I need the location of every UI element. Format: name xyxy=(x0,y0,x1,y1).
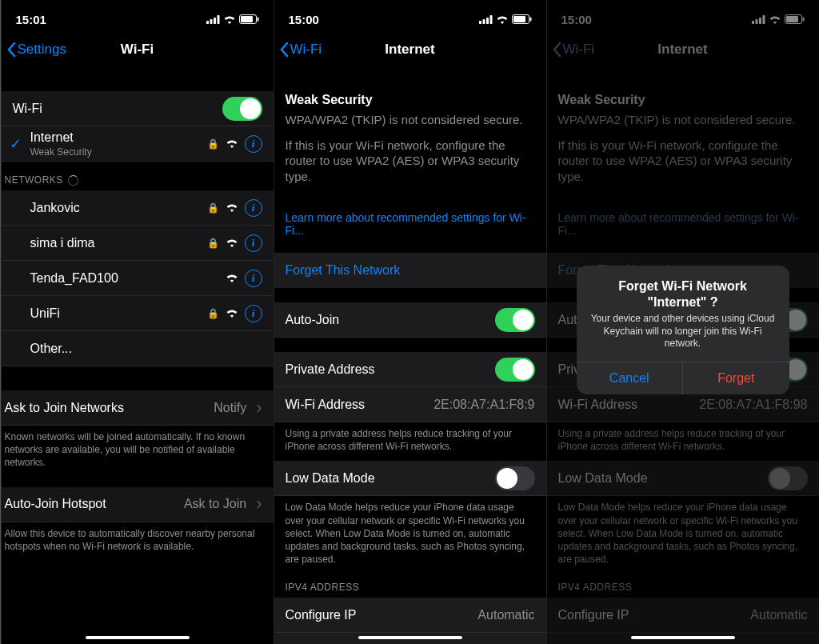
low-data-label: Low Data Mode xyxy=(286,471,495,486)
weak-security-text: If this is your Wi-Fi network, configure… xyxy=(286,138,535,185)
wifi-icon xyxy=(226,306,238,320)
wifi-address-row: Wi-Fi Address 2E:08:A7:A1:F8:9 xyxy=(274,387,546,422)
lock-icon: 🔒 xyxy=(207,238,219,249)
private-address-label: Private Address xyxy=(286,362,495,377)
ask-join-label: Ask to Join Networks xyxy=(5,401,214,415)
checkmark-icon: ✓ xyxy=(10,135,22,153)
configure-ip-value: Automatic xyxy=(477,608,534,622)
forget-network-button[interactable]: Forget This Network xyxy=(274,253,546,288)
alert-message: Your device and other devices using iClo… xyxy=(588,313,778,350)
wifi-settings-panel: 15:01 Settings Wi-Fi Wi-Fi ✓ Internet We… xyxy=(1,0,274,644)
auto-join-toggle[interactable] xyxy=(495,308,535,332)
svg-rect-6 xyxy=(241,16,253,22)
status-indicators xyxy=(206,14,259,24)
svg-rect-10 xyxy=(489,15,492,24)
low-data-row[interactable]: Low Data Mode xyxy=(274,461,546,496)
wifi-icon xyxy=(226,137,238,150)
configure-ip-label: Configure IP xyxy=(286,608,478,622)
hotspot-value: Ask to Join xyxy=(184,494,262,514)
lock-icon: 🔒 xyxy=(207,202,219,214)
connected-network-row[interactable]: ✓ Internet Weak Security 🔒 i xyxy=(2,126,274,162)
svg-rect-9 xyxy=(486,18,489,24)
nav-bar: Wi-Fi Internet xyxy=(274,32,546,67)
wifi-toggle-label: Wi-Fi xyxy=(13,102,222,116)
back-button[interactable]: Wi-Fi xyxy=(279,42,322,58)
ask-join-footer: Known networks will be joined automatica… xyxy=(2,426,274,473)
private-address-row[interactable]: Private Address xyxy=(274,352,546,387)
connected-network-sub: Weak Security xyxy=(30,146,207,158)
networks-header: NETWORKS xyxy=(2,162,274,190)
connected-network-name: Internet xyxy=(30,130,74,144)
info-icon[interactable]: i xyxy=(245,135,262,153)
network-row[interactable]: UniFi 🔒i xyxy=(2,296,274,331)
hotspot-footer: Allow this device to automatically disco… xyxy=(2,522,274,556)
wifi-icon xyxy=(226,201,238,214)
home-indicator[interactable] xyxy=(86,636,190,639)
network-row[interactable]: sima i dima 🔒i xyxy=(2,226,274,261)
back-button[interactable]: Settings xyxy=(6,42,66,58)
private-address-footer: Using a private address helps reduce tra… xyxy=(274,422,546,456)
network-name: Jankovic xyxy=(30,201,207,215)
info-icon[interactable]: i xyxy=(245,199,262,217)
info-icon[interactable]: i xyxy=(245,234,262,252)
chevron-left-icon xyxy=(279,42,289,58)
learn-more-link[interactable]: Learn more about recommended settings fo… xyxy=(274,203,546,245)
forget-alert: Forget Wi-Fi Network"Internet" ? Your de… xyxy=(577,266,789,394)
wifi-detail-alert-panel: 15:00 Wi-Fi Internet Weak Security WPA/W… xyxy=(546,0,819,644)
svg-rect-0 xyxy=(206,21,209,24)
lock-icon: 🔒 xyxy=(207,308,219,319)
wifi-address-value: 2E:08:A7:A1:F8:9 xyxy=(433,398,534,412)
wifi-icon xyxy=(226,236,238,250)
svg-rect-7 xyxy=(479,21,481,24)
svg-rect-2 xyxy=(214,18,216,24)
low-data-toggle[interactable] xyxy=(495,466,535,490)
status-bar: 15:01 xyxy=(2,0,274,32)
ask-join-row[interactable]: Ask to Join Networks Notify xyxy=(2,390,274,426)
chevron-left-icon xyxy=(6,42,16,58)
weak-security-block: Weak Security WPA/WPA2 (TKIP) is not con… xyxy=(274,82,546,203)
ipv4-header: IPV4 ADDRESS xyxy=(274,569,546,598)
wifi-detail-panel: 15:00 Wi-Fi Internet Weak Security WPA/W… xyxy=(274,0,546,644)
weak-security-text: WPA/WPA2 (TKIP) is not considered secure… xyxy=(286,112,535,128)
auto-join-row[interactable]: Auto-Join xyxy=(274,302,546,338)
hotspot-label: Auto-Join Hotspot xyxy=(5,497,184,511)
status-bar: 15:00 xyxy=(274,0,546,32)
status-time: 15:00 xyxy=(289,13,319,26)
weak-security-title: Weak Security xyxy=(286,93,535,107)
home-indicator[interactable] xyxy=(631,636,735,639)
status-time: 15:01 xyxy=(16,13,46,26)
network-row[interactable]: Tenda_FAD100 i xyxy=(2,261,274,296)
auto-join-hotspot-row[interactable]: Auto-Join Hotspot Ask to Join xyxy=(2,487,274,522)
other-network-row[interactable]: Other... xyxy=(2,331,274,366)
wifi-toggle-row[interactable]: Wi-Fi xyxy=(2,91,274,126)
wifi-toggle[interactable] xyxy=(222,97,262,121)
wifi-address-label: Wi-Fi Address xyxy=(286,398,434,412)
network-name: sima i dima xyxy=(30,236,207,250)
spinner-icon xyxy=(68,175,78,186)
svg-rect-1 xyxy=(210,19,212,24)
info-icon[interactable]: i xyxy=(245,270,262,287)
alert-cancel-button[interactable]: Cancel xyxy=(577,362,683,394)
lock-icon: 🔒 xyxy=(207,138,219,150)
svg-rect-13 xyxy=(513,16,525,22)
svg-rect-5 xyxy=(257,18,258,22)
low-data-footer: Low Data Mode helps reduce your iPhone d… xyxy=(274,496,546,569)
configure-ip-row[interactable]: Configure IP Automatic xyxy=(274,598,546,633)
auto-join-label: Auto-Join xyxy=(286,313,495,327)
nav-bar: Settings Wi-Fi xyxy=(2,32,274,67)
network-name: UniFi xyxy=(30,306,207,321)
network-name: Tenda_FAD100 xyxy=(30,271,226,286)
network-row[interactable]: Jankovic 🔒i xyxy=(2,190,274,226)
private-address-toggle[interactable] xyxy=(495,358,535,382)
alert-title: Forget Wi-Fi Network"Internet" ? xyxy=(588,278,778,310)
alert-forget-button[interactable]: Forget xyxy=(682,362,789,394)
wifi-icon xyxy=(226,271,238,285)
status-indicators xyxy=(479,14,532,24)
home-indicator[interactable] xyxy=(358,636,462,639)
svg-rect-3 xyxy=(217,15,219,24)
svg-rect-12 xyxy=(529,18,531,22)
network-name: Other... xyxy=(30,342,262,356)
info-icon[interactable]: i xyxy=(245,305,262,322)
ask-join-value: Notify xyxy=(214,398,262,418)
svg-rect-8 xyxy=(482,19,485,24)
